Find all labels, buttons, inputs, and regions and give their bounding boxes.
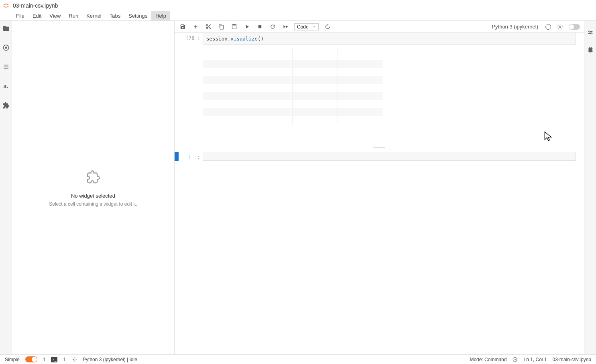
jupyter-logo <box>2 2 10 9</box>
cell-output <box>203 48 584 124</box>
menu-view[interactable]: View <box>45 11 65 20</box>
statusbar: Simple 1 >_ 1 Python 3 (ipykernel) | Idl… <box>0 354 596 364</box>
cell-prompt: [78]: <box>179 33 203 45</box>
puzzle-icon <box>85 169 102 186</box>
cell-type-select[interactable]: Code <box>294 23 319 30</box>
cell-input[interactable]: session.visualize() <box>203 33 576 45</box>
menubar: File Edit View Run Kernel Tabs Settings … <box>0 11 596 21</box>
simple-toggle[interactable] <box>25 356 37 362</box>
grip-icon <box>373 147 385 148</box>
main-area: a. No widget selected Select a cell cont… <box>0 21 596 354</box>
debugger-toggle[interactable] <box>569 24 580 30</box>
add-cell-button[interactable] <box>191 23 199 31</box>
menu-file[interactable]: File <box>12 11 28 20</box>
code-object: session <box>206 36 228 42</box>
run-button[interactable] <box>243 23 251 31</box>
svg-point-5 <box>590 33 592 34</box>
menu-settings[interactable]: Settings <box>124 11 151 20</box>
folder-icon[interactable] <box>2 25 10 32</box>
toc-icon[interactable] <box>2 63 10 71</box>
simple-label: Simple <box>5 357 20 362</box>
save-button[interactable] <box>179 23 187 31</box>
cell-prompt: [ ]: <box>179 152 203 161</box>
render-button[interactable] <box>323 23 332 31</box>
copy-button[interactable] <box>217 23 225 31</box>
extension-icon[interactable] <box>2 102 10 109</box>
terminal-icon[interactable]: >_ <box>51 357 57 362</box>
cell-type-select-wrap[interactable]: Code <box>294 23 319 30</box>
code-paren: () <box>258 36 264 42</box>
svg-point-3 <box>559 26 561 28</box>
kernel-status-text[interactable]: Python 3 (ipykernel) | Idle <box>83 357 137 362</box>
trusted-icon[interactable] <box>512 357 518 362</box>
kernel-settings-button[interactable] <box>556 23 564 31</box>
terminals-count[interactable]: 1 <box>43 357 46 362</box>
cell-gutter <box>175 33 179 45</box>
titlebar: 03-main-csv.ipynb <box>0 0 596 11</box>
kernels-count[interactable]: 1 <box>63 357 66 362</box>
widget-panel: No widget selected Select a cell contain… <box>12 21 175 354</box>
menu-kernel[interactable]: Kernel <box>82 11 106 20</box>
current-file[interactable]: 03-main-csv.ipynb <box>553 357 591 362</box>
running-icon[interactable] <box>2 44 10 51</box>
code-cell[interactable]: [78]: session.visualize() <box>175 33 584 45</box>
cut-button[interactable] <box>204 23 212 31</box>
kernel-sessions-icon[interactable] <box>71 357 77 362</box>
menu-edit[interactable]: Edit <box>28 11 45 20</box>
paste-button[interactable] <box>230 23 238 31</box>
stop-button[interactable] <box>256 23 264 31</box>
widget-panel-title: No widget selected <box>71 193 115 199</box>
output-resize-handle[interactable] <box>175 146 584 149</box>
kernel-status-icon[interactable] <box>545 24 551 30</box>
cell-input[interactable] <box>203 152 576 161</box>
svg-point-6 <box>73 359 75 360</box>
menu-help[interactable]: Help <box>151 11 170 20</box>
window-title: 03-main-csv.ipynb <box>13 2 58 9</box>
svg-rect-2 <box>5 47 7 49</box>
notebook-toolbar: Code Python 3 (ipykernel) <box>175 21 584 33</box>
widget-panel-subtitle: Select a cell containing a widget to edi… <box>49 201 137 207</box>
left-rail: a. <box>0 21 12 354</box>
restart-run-all-button[interactable] <box>281 23 289 31</box>
notebook-body[interactable]: [78]: session.visualize() <box>175 33 584 354</box>
svg-point-4 <box>589 31 590 32</box>
cell-gutter <box>175 152 179 161</box>
menu-tabs[interactable]: Tabs <box>106 11 124 20</box>
cursor-position[interactable]: Ln 1, Col 1 <box>523 357 547 362</box>
notebook-container: Code Python 3 (ipykernel) [78]: session.… <box>175 21 584 354</box>
mode-text[interactable]: Mode: Command <box>470 357 506 362</box>
kernel-name[interactable]: Python 3 (ipykernel) <box>492 24 538 30</box>
code-method: visualize <box>230 36 258 42</box>
output-table <box>203 48 383 124</box>
right-rail <box>584 21 596 354</box>
mouse-cursor-icon <box>544 131 553 142</box>
restart-button[interactable] <box>269 23 277 31</box>
debug-icon[interactable] <box>587 46 594 53</box>
code-cell[interactable]: [ ]: <box>175 152 584 161</box>
menu-run[interactable]: Run <box>65 11 82 20</box>
property-inspector-icon[interactable] <box>587 29 594 36</box>
alpha-icon[interactable]: a. <box>2 83 10 90</box>
